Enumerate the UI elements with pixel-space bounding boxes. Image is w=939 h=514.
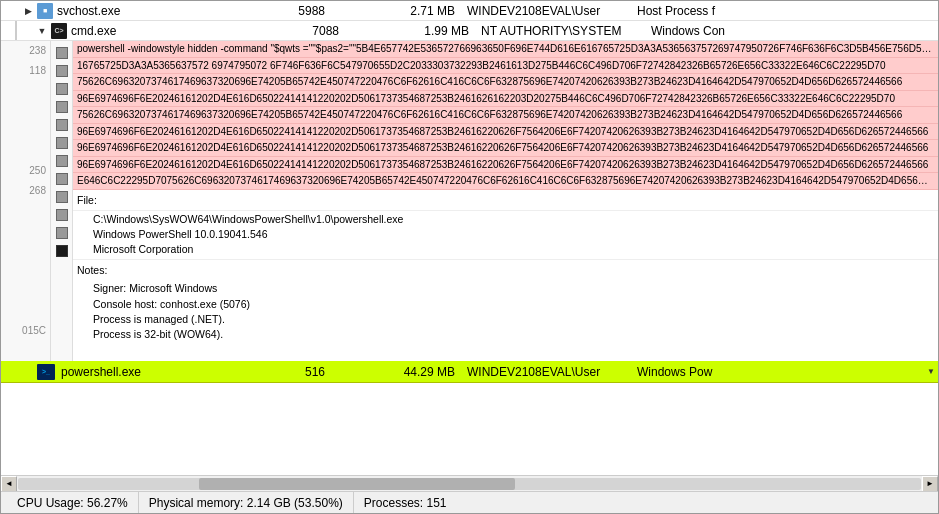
file-company: Microsoft Corporation [73, 241, 938, 259]
sub-process-icon [56, 47, 68, 59]
hash-line: 75626C6963207374617469637320696E74205B65… [73, 107, 938, 124]
memory-status: Physical memory: 2.14 GB (53.50%) [139, 492, 354, 513]
process-name: powershell.exe [57, 362, 263, 382]
process-user: NT AUTHORITY\SYSTEM [477, 21, 647, 41]
hash-line-last: E646C6C22295D7075626C6963207374617469637… [73, 173, 938, 190]
notes-managed: Process is managed (.NET). [73, 311, 938, 326]
sub-process-icon [56, 65, 68, 77]
main-window: ▶ ■ svchost.exe 5988 2.71 MB WINDEV2108E… [0, 0, 939, 514]
expand-icon: ▶ [25, 6, 32, 16]
scroll-right-button[interactable]: ► [922, 476, 938, 492]
hash-line: 96E6974696F6E20246161202D4E616D650224141… [73, 91, 938, 108]
notes-signer: Signer: Microsoft Windows [73, 280, 938, 295]
sub-process-icon [56, 245, 68, 257]
scroll-left-button[interactable]: ◄ [1, 476, 17, 492]
process-memory: 1.99 MB [397, 21, 477, 41]
process-icon: ■ [37, 3, 53, 19]
file-version: Windows PowerShell 10.0.19041.546 [73, 226, 938, 241]
sub-process-icon [56, 101, 68, 113]
notes-bits: Process is 32-bit (WOW64). [73, 326, 938, 343]
process-memory: 2.71 MB [383, 1, 463, 21]
table-row[interactable]: ▶ ■ svchost.exe 5988 2.71 MB WINDEV2108E… [1, 1, 938, 21]
sub-process-icon [56, 119, 68, 131]
sub-process-icon [56, 83, 68, 95]
file-path: C:\Windows\SysWOW64\WindowsPowerShell\v1… [73, 211, 938, 226]
table-row-selected[interactable]: >_ powershell.exe 516 44.29 MB WINDEV210… [1, 361, 938, 383]
scrollbar-thumb[interactable] [199, 478, 515, 490]
hash-line: 75626C6963207374617469637320696E74205B65… [73, 74, 938, 91]
process-desc: Windows Pow [633, 362, 924, 382]
sub-process-icon [56, 227, 68, 239]
process-user: WINDEV2108EVAL\User [463, 1, 633, 21]
sub-process-icon [56, 209, 68, 221]
left-arrow-icon: ◄ [5, 479, 13, 488]
horizontal-scrollbar[interactable]: ◄ ► [1, 475, 938, 491]
cpu-status: CPU Usage: 56.27% [7, 492, 139, 513]
process-memory: 44.29 MB [383, 362, 463, 382]
notes-label: Notes: [77, 264, 107, 276]
hash-line: 16765725D3A3A5365637572 6974795072 6F746… [73, 58, 938, 75]
hash-line: 96E6974696F6E20246161202D4E616D650224141… [73, 140, 938, 157]
process-pid: 5988 [263, 1, 333, 21]
notes-section: Notes: [73, 259, 938, 280]
file-label: File: [77, 194, 97, 206]
right-arrow-icon: ► [926, 479, 934, 488]
sub-process-icon [56, 155, 68, 167]
status-bar: CPU Usage: 56.27% Physical memory: 2.14 … [1, 491, 938, 513]
cmd-icon: C> [51, 23, 67, 39]
process-desc: Host Process f [633, 1, 938, 21]
process-name: cmd.exe [67, 21, 277, 41]
ps-icon: >_ [37, 364, 55, 380]
process-pid: 516 [263, 362, 333, 382]
process-desc: Windows Con [647, 21, 938, 41]
detail-area: 238 118 250 268 015C [1, 41, 938, 361]
expand-icon: ▼ [38, 26, 47, 36]
file-section: File: [73, 190, 938, 211]
sub-process-icon [56, 137, 68, 149]
process-name: svchost.exe [53, 1, 263, 21]
sub-process-icon [56, 173, 68, 185]
hash-line: 96E6974696F6E20246161202D4E616D650224141… [73, 124, 938, 141]
process-user: WINDEV2108EVAL\User [463, 362, 633, 382]
hash-line: powershell -windowstyle hidden -command … [73, 41, 938, 58]
scrollbar-track[interactable] [18, 478, 921, 490]
scroll-indicator: ▼ [927, 367, 935, 376]
processes-status: Processes: 151 [354, 492, 457, 513]
hash-line: 96E6974696F6E20246161202D4E616D650224141… [73, 157, 938, 174]
sub-process-icon [56, 191, 68, 203]
notes-console: Console host: conhost.exe (5076) [73, 296, 938, 311]
process-pid: 7088 [277, 21, 347, 41]
table-row[interactable]: ▼ C> cmd.exe 7088 1.99 MB NT AUTHORITY\S… [1, 21, 938, 41]
process-list: ▶ ■ svchost.exe 5988 2.71 MB WINDEV2108E… [1, 1, 938, 475]
